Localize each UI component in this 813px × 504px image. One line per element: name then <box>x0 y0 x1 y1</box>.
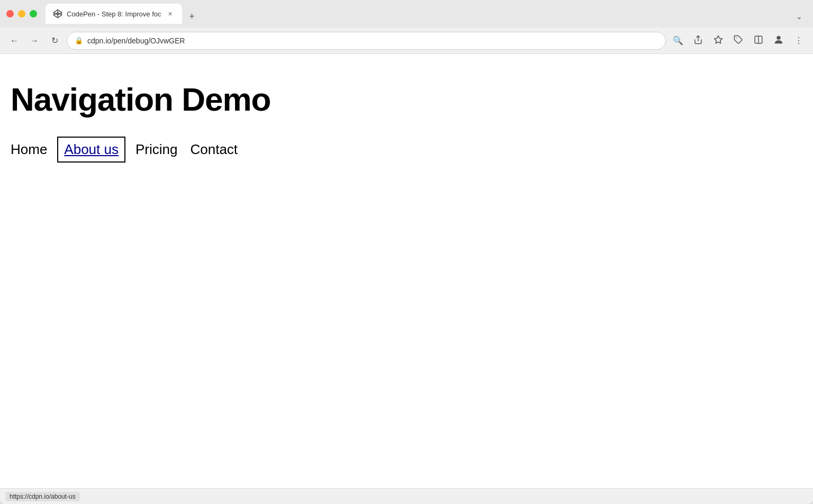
svg-point-12 <box>776 35 780 39</box>
tabs-area: CodePen - Step 8: Improve foc × + ⌄ <box>46 4 807 24</box>
page-title: Navigation Demo <box>11 80 802 118</box>
minimize-window-button[interactable] <box>18 10 25 17</box>
share-icon <box>693 35 703 47</box>
tab-title: CodePen - Step 8: Improve foc <box>67 10 161 18</box>
bookmark-icon <box>713 35 723 47</box>
tab-dropdown-button[interactable]: ⌄ <box>792 9 807 24</box>
nav-link-contact[interactable]: Contact <box>190 141 238 158</box>
refresh-button[interactable]: ↻ <box>47 33 62 49</box>
navigation: Home About us Pricing Contact <box>11 139 802 160</box>
title-bar: CodePen - Step 8: Improve foc × + ⌄ <box>0 0 813 28</box>
extensions-button[interactable] <box>730 33 746 49</box>
split-view-button[interactable] <box>751 33 766 49</box>
status-bar: https://cdpn.io/about-us <box>0 488 813 504</box>
extensions-icon <box>734 35 743 47</box>
search-icon: 🔍 <box>673 35 683 46</box>
browser-window: CodePen - Step 8: Improve foc × + ⌄ ← → … <box>0 0 813 504</box>
lock-icon: 🔒 <box>75 37 83 44</box>
webpage-content: Navigation Demo Home About us Pricing Co… <box>0 54 813 488</box>
svg-marker-8 <box>715 35 722 43</box>
nav-link-pricing[interactable]: Pricing <box>136 141 177 158</box>
forward-icon: → <box>30 36 39 46</box>
close-window-button[interactable] <box>6 10 14 17</box>
back-icon: ← <box>10 36 19 46</box>
nav-link-home[interactable]: Home <box>11 141 47 158</box>
maximize-window-button[interactable] <box>30 10 37 17</box>
profile-button[interactable] <box>771 33 787 49</box>
address-bar: ← → ↻ 🔒 cdpn.io/pen/debug/OJvwGER 🔍 <box>0 28 813 54</box>
status-url: https://cdpn.io/about-us <box>5 492 80 501</box>
tab-favicon-icon <box>53 9 62 19</box>
search-button[interactable]: 🔍 <box>670 33 686 49</box>
active-tab[interactable]: CodePen - Step 8: Improve foc × <box>46 4 182 24</box>
new-tab-button[interactable]: + <box>184 9 199 24</box>
nav-link-about-us[interactable]: About us <box>60 139 123 160</box>
share-button[interactable] <box>690 33 706 49</box>
bookmark-button[interactable] <box>710 33 726 49</box>
more-options-icon: ⋮ <box>794 35 803 46</box>
traffic-lights <box>6 10 37 17</box>
close-tab-button[interactable]: × <box>165 9 175 19</box>
url-text: cdpn.io/pen/debug/OJvwGER <box>87 37 658 45</box>
forward-button[interactable]: → <box>26 33 42 49</box>
profile-icon <box>773 34 784 48</box>
address-bar-input[interactable]: 🔒 cdpn.io/pen/debug/OJvwGER <box>67 32 666 50</box>
more-options-button[interactable]: ⋮ <box>791 33 807 49</box>
back-button[interactable]: ← <box>6 33 22 49</box>
refresh-icon: ↻ <box>51 35 58 46</box>
split-view-icon <box>754 35 763 47</box>
